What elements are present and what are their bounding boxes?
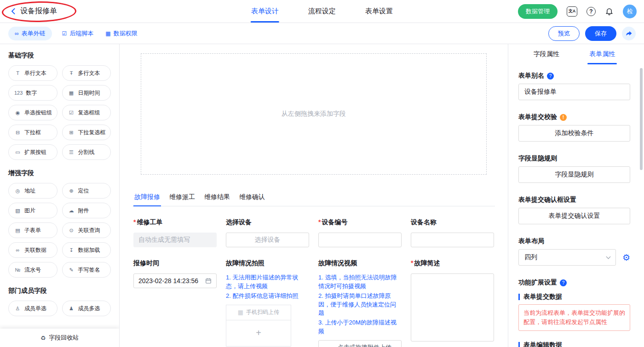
panel-tab-2[interactable]: 表单属性: [588, 44, 616, 64]
help-icon[interactable]: ?: [586, 7, 596, 16]
sidebar-field-radio-group[interactable]: ◉单选按钮组: [8, 105, 58, 120]
label-text: 维修工单: [137, 218, 162, 227]
field-recycle-bin[interactable]: ♻ 字段回收站: [0, 329, 119, 347]
signature-icon: ✎: [68, 267, 75, 273]
sidebar-field-label: 流水号: [24, 266, 41, 274]
question-icon[interactable]: ?: [547, 73, 554, 80]
save-button[interactable]: 保存: [585, 26, 616, 41]
bell-icon[interactable]: [605, 7, 614, 16]
sidebar-field-single-line-text[interactable]: T单行文本: [8, 65, 58, 81]
sidebar-field-extend-button[interactable]: ▭扩展按钮: [8, 144, 58, 160]
hint-line: 2. 配件损坏信息请详细拍照: [226, 292, 309, 301]
field-device-name[interactable]: 设备名称: [411, 218, 494, 247]
sidebar-field-image[interactable]: ▧图片: [8, 203, 58, 218]
chevron-down-icon: [606, 255, 611, 259]
sidebar-field-linked-data[interactable]: ∞关联数据: [8, 242, 58, 258]
question-icon[interactable]: ?: [560, 279, 567, 286]
translate-icon[interactable]: 文A: [567, 6, 577, 17]
number-icon: 123: [14, 90, 23, 96]
sidebar-field-label: 分割线: [78, 148, 95, 156]
hint-line: 1. 选填，当拍照无法说明故障情况时可拍摄视频: [318, 273, 402, 291]
form-alias-label: 表单别名 ?: [518, 72, 630, 80]
canvas-tab-3[interactable]: 维修结果: [203, 190, 231, 206]
sidebar-field-location[interactable]: ⊕定位: [62, 183, 111, 199]
warning-icon[interactable]: !: [560, 114, 567, 121]
attachment-upload-button[interactable]: ☁ 点击或拖拽附件上传: [318, 340, 402, 347]
label-text: 故障情况视频: [318, 259, 357, 267]
label-text: 故障简述: [414, 259, 440, 267]
sidebar-section-3: 部门成员字段♙成员单选♟成员多选: [8, 287, 111, 316]
hint-line: 3. 上传小于20M的故障描述视频: [318, 319, 402, 336]
select-device-input[interactable]: 选择设备: [226, 233, 309, 247]
scrollbar[interactable]: [640, 68, 643, 170]
avatar[interactable]: 检: [623, 5, 637, 18]
label-text: 表单别名: [518, 72, 544, 80]
device-name-input[interactable]: [411, 233, 494, 247]
sidebar-field-attachment[interactable]: ☁附件: [62, 203, 111, 218]
fault-brief-textarea[interactable]: [411, 273, 494, 341]
divider-icon: ☰: [68, 149, 75, 155]
add-validation-button[interactable]: 添加校验条件: [518, 125, 630, 142]
field-select-device[interactable]: 选择设备 选择设备: [226, 218, 309, 247]
canvas-tab-4[interactable]: 维修确认: [238, 190, 266, 206]
field-fault-video[interactable]: 故障情况视频 1. 选填，当拍照无法说明故障情况时可拍摄视频2. 拍摄时请简单口…: [318, 259, 402, 347]
multi-select-icon: ⊞: [68, 130, 75, 136]
device-no-label: *设备编号: [318, 218, 402, 227]
data-manage-button[interactable]: 数据管理: [518, 4, 558, 19]
form-alias-input[interactable]: 设备报修单: [518, 84, 630, 100]
sidebar-field-signature[interactable]: ✎手写签名: [62, 262, 111, 278]
plus-icon: +: [256, 328, 261, 338]
panel-tab-1[interactable]: 字段属性: [533, 44, 560, 64]
sidebar-field-label: 下拉复选框: [78, 129, 106, 137]
toolbar-link-3[interactable]: ▦数据权限: [105, 29, 137, 38]
sidebar-field-subform[interactable]: ▤子表单: [8, 222, 58, 238]
canvas-tab-1[interactable]: 故障报修: [133, 190, 161, 206]
attachment-upload-label: 点击或拖拽附件上传: [338, 343, 391, 347]
preview-button[interactable]: 预览: [548, 26, 580, 41]
field-work-order[interactable]: *维修工单 自动生成无需填写: [133, 218, 217, 247]
required-mark: *: [133, 218, 136, 226]
sidebar-field-select[interactable]: ⊟下拉框: [8, 125, 58, 140]
sidebar-field-datetime[interactable]: ▦日期时间: [62, 85, 111, 101]
layout-select[interactable]: 四列: [518, 249, 616, 266]
label-text: 表单提交数据: [523, 293, 562, 301]
back-button[interactable]: [7, 6, 19, 17]
device-no-input[interactable]: [318, 233, 402, 247]
sidebar-field-number[interactable]: 123数字: [8, 85, 58, 101]
sidebar-field-checkbox-group[interactable]: ☑复选框组: [62, 105, 111, 120]
header-tab-2[interactable]: 流程设定: [308, 0, 336, 23]
dropzone[interactable]: 从左侧拖拽来添加字段: [141, 53, 487, 175]
report-time-value: 2023-02-28 14:23:56: [138, 277, 198, 284]
sidebar-field-member-multi[interactable]: ♟成员多选: [62, 301, 111, 316]
report-time-input[interactable]: 2023-02-28 14:23:56: [133, 273, 217, 288]
gear-icon[interactable]: ⚙: [622, 253, 630, 262]
share-button[interactable]: [622, 27, 636, 40]
sidebar-field-divider[interactable]: ☰分割线: [62, 144, 111, 160]
field-report-time[interactable]: 报修时间 2023-02-28 14:23:56: [133, 259, 217, 347]
submit-confirm-button[interactable]: 表单提交确认设置: [518, 208, 630, 224]
field-visibility-button[interactable]: 字段显隐规则: [518, 166, 630, 183]
field-fault-brief[interactable]: *故障简述: [411, 259, 494, 347]
toolbar-link-1[interactable]: ∞表单外链: [8, 27, 52, 40]
sidebar-field-lookup[interactable]: ⊙关联查询: [62, 222, 111, 238]
canvas-tab-2[interactable]: 维修派工: [168, 190, 196, 206]
field-device-no[interactable]: *设备编号: [318, 218, 402, 247]
properties-panel: 字段属性表单属性 表单别名 ? 设备报修单 表单提交校验 ! 添加校验条件 字段…: [508, 44, 644, 347]
toolbar: ∞表单外链☑后端脚本▦数据权限 预览 保存: [0, 23, 644, 44]
qr-scan-upload[interactable]: ▦ 手机扫码上传: [226, 305, 291, 320]
sidebar-field-multi-line-text[interactable]: Ŧ多行文本: [62, 65, 111, 81]
sidebar-field-serial-number[interactable]: №流水号: [8, 262, 58, 278]
sidebar-field-label: 数字: [26, 89, 37, 97]
sidebar-field-address[interactable]: ◎地址: [8, 183, 58, 199]
toolbar-link-2[interactable]: ☑后端脚本: [62, 29, 94, 38]
photo-hints: 1. 无法用图片描述的异常状态，请上传视频2. 配件损坏信息请详细拍照: [226, 273, 309, 301]
sidebar-field-data-load[interactable]: ↧数据加载: [62, 242, 111, 258]
sidebar-field-member-single[interactable]: ♙成员单选: [8, 301, 58, 316]
sidebar-field-label: 下拉框: [24, 129, 41, 137]
header-tab-3[interactable]: 表单设置: [365, 0, 393, 23]
sidebar-field-grid: T单行文本Ŧ多行文本123数字▦日期时间◉单选按钮组☑复选框组⊟下拉框⊞下拉复选…: [8, 65, 111, 160]
field-fault-photo[interactable]: 故障情况拍照 1. 无法用图片描述的异常状态，请上传视频2. 配件损坏信息请详细…: [226, 259, 309, 347]
photo-upload-button[interactable]: +: [226, 320, 291, 347]
sidebar-field-multi-select[interactable]: ⊞下拉复选框: [62, 125, 111, 140]
header-tab-1[interactable]: 表单设计: [251, 0, 279, 23]
